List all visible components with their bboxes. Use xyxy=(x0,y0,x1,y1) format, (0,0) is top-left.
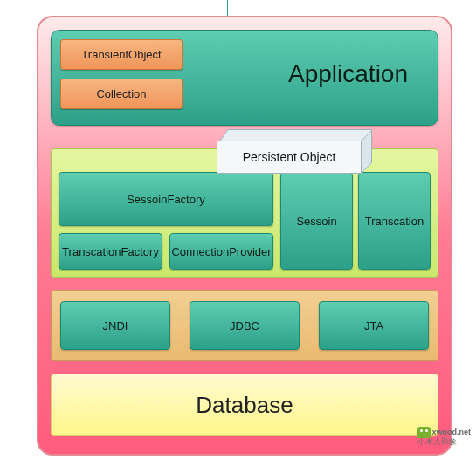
connector-line xyxy=(227,0,228,16)
transaction-factory-box: TranscationFactory xyxy=(59,233,162,270)
watermark-site: xwood.net xyxy=(432,428,472,436)
connection-provider-box: ConnectionProvider xyxy=(169,233,273,270)
session-factory-box: SessoinFactory xyxy=(59,172,273,226)
watermark-tagline: 小木人印象 xyxy=(417,437,457,446)
transaction-box: Transcation xyxy=(358,172,431,270)
transient-object-box: TransientObject xyxy=(60,39,183,70)
architecture-diagram: TransientObject Collection Application P… xyxy=(37,16,452,456)
database-label: Database xyxy=(196,392,293,419)
persistent-object-box: Persistent Object xyxy=(217,129,369,175)
robot-icon xyxy=(417,427,431,438)
session-box: Sessoin xyxy=(280,172,353,270)
application-layer: TransientObject Collection Application xyxy=(51,30,438,126)
jdbc-box: JDBC xyxy=(190,301,300,350)
application-title: Application xyxy=(288,60,408,88)
tech-layer: JNDI JDBC JTA xyxy=(51,290,438,361)
cube-top-face xyxy=(219,129,373,141)
watermark: xwood.net 小木人印象 xyxy=(417,427,472,447)
persistent-object-label: Persistent Object xyxy=(217,141,362,174)
jndi-box: JNDI xyxy=(60,301,170,350)
jta-box: JTA xyxy=(319,301,429,350)
collection-box: Collection xyxy=(60,79,183,109)
database-layer: Database xyxy=(51,374,438,436)
